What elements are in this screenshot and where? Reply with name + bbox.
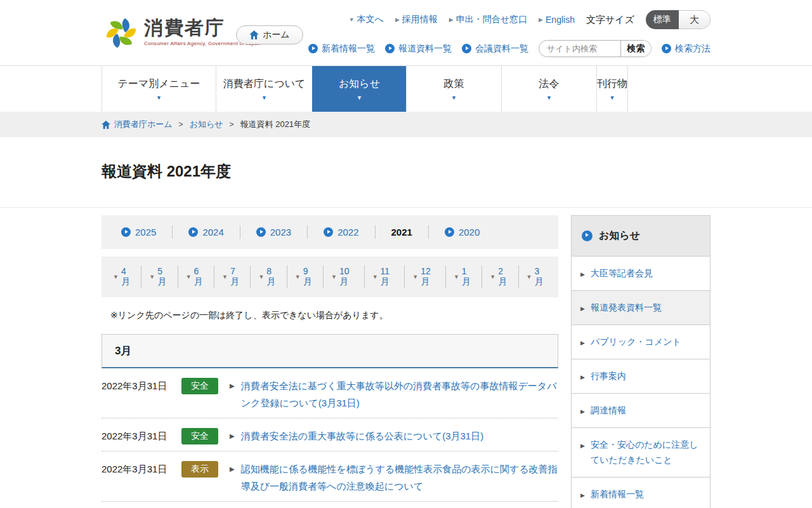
play-circle-icon [188, 227, 198, 237]
month-link-label: 8月 [266, 266, 278, 288]
year-tab[interactable]: 2023 [240, 225, 308, 239]
sidebar-item[interactable]: ▶ 新着情報一覧 [572, 477, 710, 508]
breadcrumb: 消費者庁ホーム > お知らせ > 報道資料 2021年度 [102, 112, 710, 137]
sidebar-item[interactable]: ▶ パブリック・コメント [572, 324, 710, 359]
quick-link[interactable]: 報道資料一覧 [385, 43, 452, 55]
month-link-label: 1月 [462, 266, 474, 288]
nav-item[interactable]: テーマ別メニュー ▼ [102, 66, 216, 112]
breadcrumb-bar: 消費者庁ホーム > お知らせ > 報道資料 2021年度 [0, 112, 812, 137]
chevron-down-icon: ▼ [451, 95, 457, 101]
breadcrumb-section-link[interactable]: お知らせ [190, 119, 223, 130]
triangle-right-icon: ▶ [230, 432, 235, 439]
month-link[interactable]: ▼ 1月 [446, 265, 482, 288]
triangle-down-icon: ▼ [454, 274, 459, 280]
triangle-down-icon: ▼ [412, 274, 418, 280]
play-circle-icon [308, 44, 318, 53]
utility-link[interactable]: ▶ 採用情報 [395, 14, 438, 25]
utility-link-label: 採用情報 [402, 14, 438, 25]
global-nav: テーマ別メニュー ▼ 消費者庁について ▼ お知らせ ▼ 政策 ▼ 法令 ▼ [0, 65, 812, 112]
triangle-marker-icon: ▶ [395, 17, 400, 23]
utility-link-label: English [546, 15, 575, 25]
month-link[interactable]: ▼ 3月 [519, 265, 554, 288]
sidebar-item-label: 新着情報一覧 [591, 487, 644, 502]
triangle-down-icon: ▼ [149, 274, 155, 280]
nav-item[interactable]: 刊行物 ▼ [596, 66, 628, 112]
year-tab[interactable]: 2021 [376, 225, 429, 239]
nav-item[interactable]: 消費者庁について ▼ [216, 66, 312, 112]
nav-item[interactable]: 政策 ▼ [406, 66, 501, 112]
news-link[interactable]: 消費者安全法の重大事故等に係る公表について(3月31日) [241, 427, 558, 444]
month-link[interactable]: ▼ 5月 [141, 265, 178, 288]
month-link[interactable]: ▼ 12月 [405, 265, 446, 288]
month-link[interactable]: ▼ 4月 [105, 265, 141, 288]
utility-link[interactable]: ▶ English [539, 15, 575, 25]
sidebar-heading: お知らせ [572, 216, 710, 256]
font-size-standard-button[interactable]: 標準 [646, 10, 679, 29]
triangle-right-icon: ▶ [580, 491, 585, 500]
breadcrumb-home-link[interactable]: 消費者庁ホーム [102, 119, 173, 130]
sidebar-item[interactable]: ▶ 報道発表資料一覧 [572, 290, 710, 324]
month-link[interactable]: ▼ 2月 [482, 265, 518, 288]
month-link-label: 5月 [157, 266, 169, 288]
search-method-link[interactable]: 検索方法 [662, 43, 710, 55]
month-link-label: 11月 [381, 266, 397, 288]
category-badge: 表示 [181, 461, 218, 478]
category-badge: 安全 [181, 428, 218, 444]
news-list: 2022年3月31日 安全 ▶ 消費者安全法に基づく重大事故等以外の消費者事故等… [102, 368, 558, 508]
nav-item-label: 消費者庁について [223, 77, 306, 91]
year-tab[interactable]: 2022 [308, 225, 375, 239]
month-link[interactable]: ▼ 8月 [251, 265, 287, 288]
news-link[interactable]: 認知機能に係る機能性を標ぼうする機能性表示食品の表示に関する改善指導及び一般消費… [241, 460, 558, 495]
nav-item[interactable]: 法令 ▼ [501, 66, 596, 112]
site-header: 消費者庁 Consumer Affairs Agency, Government… [0, 0, 812, 65]
triangle-marker-icon: ▼ [349, 17, 355, 23]
sidebar-item[interactable]: ▶ 調達情報 [572, 393, 710, 427]
sidebar-item[interactable]: ▶ 安全・安心のために注意していただきたいこと [572, 427, 710, 476]
chevron-down-icon: ▼ [357, 95, 362, 101]
news-row: 2022年3月31日 安全 ▶ 消費者安全法の重大事故等に係る公表について(3月… [102, 418, 558, 451]
utility-link[interactable]: ▼ 本文へ [349, 14, 384, 25]
title-section: 報道資料 2021年度 [0, 137, 812, 208]
breadcrumb-separator: > [179, 120, 183, 129]
month-link[interactable]: ▼ 7月 [214, 265, 251, 288]
sidebar-item[interactable]: ▶ 大臣等記者会見 [572, 256, 710, 290]
home-button[interactable]: ホーム [236, 25, 303, 44]
triangle-right-icon: ▶ [230, 382, 235, 389]
search-input[interactable] [539, 44, 620, 53]
utility-link[interactable]: ▶ 申出・問合せ窓口 [449, 14, 527, 25]
year-tab-label: 2022 [337, 227, 358, 237]
year-tab[interactable]: 2020 [429, 225, 495, 239]
triangle-right-icon: ▶ [230, 465, 235, 472]
quick-link[interactable]: 新着情報一覧 [308, 43, 375, 55]
month-link-label: 10月 [339, 266, 357, 288]
month-link[interactable]: ▼ 6月 [178, 265, 214, 288]
nav-item-label: 刊行物 [597, 77, 627, 91]
month-link[interactable]: ▼ 11月 [365, 265, 405, 288]
search-method-label: 検索方法 [675, 43, 710, 55]
triangle-right-icon: ▶ [580, 441, 585, 451]
sidebar-item-label: 調達情報 [591, 403, 626, 418]
triangle-marker-icon: ▶ [539, 17, 543, 23]
month-link[interactable]: ▼ 10月 [324, 265, 365, 288]
month-section-heading: 3月 [102, 334, 558, 368]
quick-link[interactable]: 会議資料一覧 [462, 43, 528, 55]
month-links: ▼ 4月 ▼ 5月 ▼ 6月 ▼ 7月 [102, 257, 558, 297]
year-tab[interactable]: 2024 [173, 225, 240, 239]
font-size-large-button[interactable]: 大 [679, 10, 710, 29]
news-row: 2022年3月30日 制度 ▶ 消費者被害防止ネットワーク東海といわゆる販売預託… [102, 502, 558, 508]
news-link[interactable]: 消費者安全法に基づく重大事故等以外の消費者事故等の事故情報データバンク登録につい… [241, 377, 558, 411]
nav-item-label: テーマ別メニュー [118, 77, 200, 91]
header-quick-links: 新着情報一覧 報道資料一覧 会議資料一覧 検索 [308, 40, 710, 57]
chevron-down-icon: ▼ [610, 95, 615, 101]
year-tab[interactable]: 2025 [105, 225, 173, 239]
search-button[interactable]: 検索 [620, 41, 651, 57]
month-link-label: 12月 [421, 266, 438, 288]
nav-item[interactable]: お知らせ ▼ [312, 66, 406, 112]
utility-link-label: 本文へ [357, 14, 384, 25]
sidebar-item[interactable]: ▶ 行事案内 [572, 359, 710, 393]
triangle-right-icon: ▶ [580, 270, 585, 279]
month-link[interactable]: ▼ 9月 [287, 265, 324, 288]
triangle-down-icon: ▼ [527, 274, 532, 280]
category-badge: 安全 [181, 378, 218, 394]
month-link-label: 2月 [498, 266, 510, 288]
